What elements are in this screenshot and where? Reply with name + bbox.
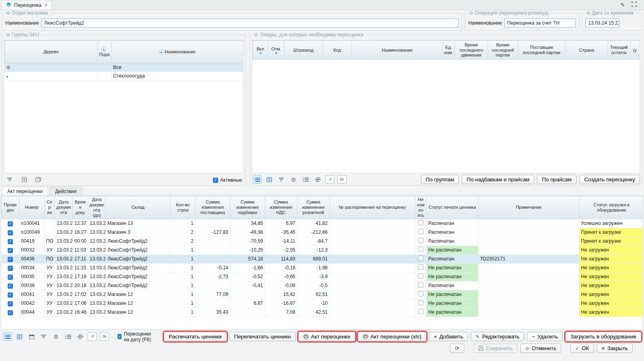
acts-row[interactable]: ✓00042УУ13.03.2417:0613.03.24Магазин 121… (2, 299, 644, 308)
filter-icon[interactable] (277, 175, 286, 184)
settings-icon[interactable]: ⚙ (289, 175, 298, 184)
tab-revaluation-acts[interactable]: Акт переоценки (2, 187, 48, 195)
acts-column-header[interactable]: Врем я доку (73, 196, 88, 219)
no-change-cell[interactable] (415, 272, 427, 281)
collapse-group-icon[interactable]: ⊖ (586, 10, 590, 15)
tab-close-icon[interactable]: × (45, 2, 48, 8)
refresh-button[interactable]: ⟳ (450, 344, 464, 353)
acts-column-header[interactable]: Номер (19, 196, 44, 219)
acts-row[interactable]: ✓00041УУ13.03.2417:0213.03.24Магазин 121… (2, 290, 644, 299)
no-change-checkbox[interactable] (418, 300, 423, 305)
by-pricelists-button[interactable]: По прайсам (537, 175, 576, 184)
acts-row[interactable]: ✓00436ПО13.03.2417:1113.03.24ЛюксСофтТре… (2, 254, 644, 263)
no-change-cell[interactable] (415, 254, 427, 263)
posted-checkbox[interactable]: ✓ (8, 301, 13, 306)
tab-actions[interactable]: Действия (49, 187, 82, 195)
acts-column-header[interactable]: Не измен ять (415, 196, 427, 219)
posted-cell[interactable]: ✓ (2, 281, 19, 290)
no-change-cell[interactable] (415, 263, 427, 272)
numbered-list-icon[interactable] (63, 332, 73, 341)
no-change-cell[interactable] (415, 246, 427, 254)
no-change-checkbox[interactable] (418, 309, 423, 314)
no-change-checkbox[interactable] (418, 256, 423, 261)
expand-all-icon[interactable] (19, 175, 29, 184)
no-change-checkbox[interactable] (418, 238, 423, 243)
numbered-list-icon[interactable] (301, 175, 310, 184)
posted-cell[interactable]: ✓ (2, 299, 19, 308)
acts-row[interactable]: ✓00419ПО13.03.2400:0012.03.24ЛюксСофтТре… (2, 237, 644, 246)
view-grid-icon[interactable] (265, 175, 274, 184)
no-change-checkbox[interactable] (418, 291, 423, 296)
by-groups-button[interactable]: По группам (421, 175, 459, 184)
sku-column-header[interactable]: Наименование (112, 41, 243, 63)
refresh-data-icon[interactable]: ⟳ (337, 175, 347, 184)
products-column-header[interactable]: Наименование (352, 41, 443, 60)
tab-revaluation[interactable]: Переоценка × (2, 0, 52, 10)
no-change-checkbox[interactable] (418, 220, 423, 225)
posted-cell[interactable]: ✓ (2, 254, 19, 263)
collapse-group-icon[interactable]: ⊖ (6, 32, 10, 37)
create-revaluation-button[interactable]: Создать переоценку (579, 175, 640, 184)
products-column-header[interactable]: (у (630, 41, 640, 60)
posted-cell[interactable]: ✓ (2, 219, 19, 228)
posted-cell[interactable]: ✓ (2, 308, 19, 317)
sku-row[interactable]: ●Стеклопосуда (5, 72, 243, 80)
save-button[interactable]: Сохранить (474, 344, 518, 353)
no-change-cell[interactable] (415, 228, 427, 237)
acts-column-header[interactable]: Сумма изменения поставщика (196, 196, 230, 219)
date-filter[interactable]: ✓ Переоценки на дату (F6) (118, 331, 156, 342)
posted-checkbox[interactable]: ✓ (8, 310, 13, 315)
acts-row[interactable]: ✓00032УУ13.03.2411:0313.03.24ЛюксСофтТре… (2, 246, 644, 254)
view-list-icon[interactable] (3, 332, 12, 341)
posted-checkbox[interactable]: ✓ (8, 266, 13, 271)
posted-cell[interactable]: ✓ (2, 290, 19, 299)
acts-column-header[interactable]: Сер ия (44, 196, 55, 219)
fullscreen-icon[interactable] (631, 2, 637, 8)
calendar-icon[interactable] (27, 332, 36, 341)
sort-lines-icon[interactable] (313, 175, 322, 184)
operation-name-input[interactable]: Переоценка за счет ТН (504, 19, 576, 27)
acts-column-header[interactable]: Статус загрузки в оборудование (579, 196, 644, 219)
posted-cell[interactable]: ✓ (2, 263, 19, 272)
acts-column-header[interactable]: Примечание (478, 196, 579, 219)
sku-column-header[interactable]: Поря (98, 41, 112, 63)
products-column-header[interactable]: Страна (566, 41, 608, 60)
revaluation-act-button[interactable]: Акт переоценки (299, 332, 355, 341)
reprint-price-tags-button[interactable]: Перепечатать ценники (229, 332, 296, 341)
sort-lines-icon[interactable] (76, 332, 85, 341)
settings-icon[interactable]: ⚙ (51, 332, 61, 341)
acts-column-header[interactable]: Дата докуме нта (до) (88, 196, 106, 219)
no-change-cell[interactable] (415, 219, 427, 228)
acts-row[interactable]: ✓00038УУ13.03.2420:1813.03.24ЛюксСофтТре… (2, 281, 644, 290)
collapse-all-icon[interactable] (34, 175, 43, 184)
products-column-header[interactable]: Текущий остаток (608, 41, 630, 60)
acts-column-header[interactable]: Сумма изменения розничной (297, 196, 330, 219)
no-change-checkbox[interactable] (418, 282, 423, 288)
acts-row[interactable]: ✓00034УУ13.03.2411:1513.03.24ЛюксСофтТре… (2, 263, 644, 272)
no-change-cell[interactable] (415, 237, 427, 246)
products-column-header[interactable]: Отм. (268, 41, 284, 60)
edit-button[interactable]: ✎Редактировать (471, 332, 524, 341)
close-button[interactable]: ×Закрыть (597, 344, 633, 353)
products-column-header[interactable]: Время последней партии (488, 41, 518, 60)
posted-checkbox[interactable]: ✓ (8, 239, 13, 244)
active-checkbox[interactable]: ✓ (213, 178, 218, 183)
cancel-button[interactable]: ⊘Отменить (520, 344, 561, 353)
refresh-data-icon[interactable]: ⟳ (100, 332, 109, 341)
acts-column-header[interactable]: Прове ден (2, 196, 19, 219)
print-price-tags-button[interactable]: Распечатать ценники (164, 332, 227, 341)
acts-row[interactable]: ✓п10004913.03.2416:2713.03.24Магазин 32-… (2, 228, 644, 237)
date-filter-checkbox[interactable]: ✓ (118, 334, 122, 339)
acts-row[interactable]: ✓00044УУ13.03.2416:4613.03.24Магазин 121… (2, 308, 644, 317)
datetime-input[interactable]: 13.03.24 15:21 (585, 19, 619, 27)
acts-row[interactable]: ✓00035УУ13.03.2417:1813.03.24ЛюксСофтТре… (2, 272, 644, 281)
products-column-header[interactable]: Код (323, 41, 352, 60)
load-to-equipment-button[interactable]: Загрузить в оборудование (566, 332, 641, 341)
collapse-group-icon[interactable]: ⊖ (469, 10, 473, 15)
view-list-icon[interactable] (253, 175, 262, 184)
no-change-checkbox[interactable] (418, 229, 423, 234)
no-change-checkbox[interactable] (418, 273, 423, 279)
by-markups-and-pricelists-button[interactable]: По надбавкам и прайсам (462, 175, 534, 184)
products-column-header[interactable]: Ед. изм. (443, 41, 455, 60)
acts-column-header[interactable]: Склад (106, 196, 170, 219)
